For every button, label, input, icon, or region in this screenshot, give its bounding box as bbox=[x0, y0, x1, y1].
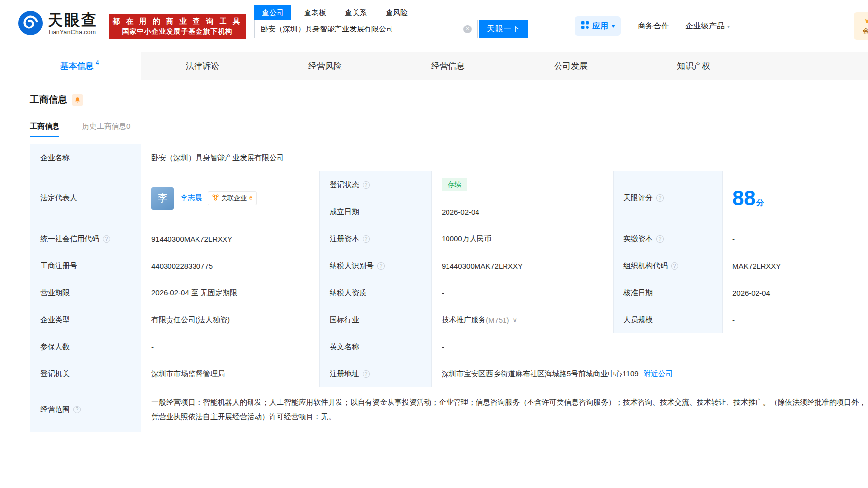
logo-text: 天眼查 TianYanCha.com bbox=[48, 12, 98, 35]
field-label-reg-number: 工商注册号 bbox=[30, 252, 141, 279]
site-header: 天眼查 TianYanCha.com 都 在 用 的 商 业 查 询 工 具 国… bbox=[0, 0, 868, 52]
search-area: 查公司 查老板 查关系 查风险 卧安（深圳）具身智能产业发展有限公司 × 天眼一… bbox=[254, 5, 528, 38]
field-label-paid-capital: 实缴资本 ? bbox=[614, 225, 723, 252]
banner-line2: 国家中小企业发展子基金旗下机构 bbox=[122, 27, 233, 36]
field-value-approval-date: 2026-02-04 bbox=[723, 279, 868, 306]
help-icon[interactable]: ? bbox=[363, 370, 370, 378]
chevron-down-icon: ▾ bbox=[612, 23, 615, 29]
registration-subtabs: 工商信息 历史工商信息0 bbox=[30, 122, 868, 137]
search-tabs: 查公司 查老板 查关系 查风险 bbox=[254, 5, 528, 20]
field-label-taxpayer-id: 纳税人识别号 ? bbox=[320, 252, 432, 279]
field-label-reg-address: 注册地址 ? bbox=[320, 360, 432, 387]
chevron-down-icon: ▾ bbox=[727, 23, 730, 30]
field-value-legal-rep: 李 李志晨 关联企业 6 bbox=[141, 171, 320, 225]
field-label-establish-date: 成立日期 bbox=[320, 198, 432, 225]
section-header: 工商信息 bbox=[30, 93, 868, 106]
legal-rep-link[interactable]: 李志晨 bbox=[180, 193, 202, 203]
field-value-paid-capital: - bbox=[723, 225, 868, 252]
field-label-english-name: 英文名称 bbox=[320, 333, 432, 360]
field-value-industry: 技术推广服务 (M751) ∨ bbox=[432, 306, 614, 333]
field-value-reg-capital: 10000万人民币 bbox=[432, 225, 614, 252]
apps-grid-icon bbox=[581, 21, 589, 31]
section-title: 工商信息 bbox=[30, 93, 67, 106]
field-value-company-type: 有限责任公司(法人独资) bbox=[141, 306, 320, 333]
related-companies-count: 6 bbox=[249, 194, 252, 202]
field-label-reg-authority: 登记机关 bbox=[30, 360, 141, 387]
field-value-english-name: - bbox=[432, 333, 868, 360]
score-unit: 分 bbox=[756, 198, 764, 208]
field-value-reg-address: 深圳市宝安区西乡街道麻布社区海城路5号前城商业中心1109 附近公司 bbox=[432, 360, 868, 387]
related-companies-badge[interactable]: 关联企业 6 bbox=[208, 191, 257, 205]
field-label-reg-capital: 注册资本 ? bbox=[320, 225, 432, 252]
field-label-tianyan-score: 天眼评分 ? bbox=[614, 171, 723, 225]
legal-rep-avatar[interactable]: 李 bbox=[151, 187, 174, 210]
related-companies-label: 关联企业 bbox=[221, 194, 247, 203]
field-value-insured-count: - bbox=[141, 333, 320, 360]
help-icon[interactable]: ? bbox=[363, 181, 370, 189]
industry-code: (M751) bbox=[486, 316, 509, 324]
banner-line1: 都 在 用 的 商 业 查 询 工 具 bbox=[112, 17, 242, 26]
field-value-credit-code: 91440300MAK72LRXXY bbox=[141, 225, 320, 252]
search-tab-company[interactable]: 查公司 bbox=[254, 5, 291, 20]
status-badge: 存续 bbox=[442, 178, 467, 191]
apps-menu[interactable]: 应用 ▾ bbox=[575, 16, 621, 36]
tab-basic-count: 4 bbox=[96, 59, 99, 66]
company-tab-bar: 基本信息 4 法律诉讼 经营风险 经营信息 公司发展 知识产权 bbox=[18, 52, 868, 80]
field-value-taxpayer-quality: - bbox=[432, 279, 614, 306]
nav-business-cooperation[interactable]: 商务合作 bbox=[638, 21, 669, 31]
nearby-companies-link[interactable]: 附近公司 bbox=[644, 369, 673, 379]
brand-domain: TianYanCha.com bbox=[48, 29, 98, 35]
search-tab-boss[interactable]: 查老板 bbox=[298, 5, 332, 20]
promo-banner: 都 在 用 的 商 业 查 询 工 具 国家中小企业发展子基金旗下机构 bbox=[109, 14, 246, 39]
search-row: 卧安（深圳）具身智能产业发展有限公司 × 天眼一下 bbox=[254, 20, 528, 38]
help-icon[interactable]: ? bbox=[73, 406, 81, 413]
field-label-business-scope: 经营范围 ? bbox=[30, 387, 141, 432]
business-registration-table: 企业名称 卧安（深圳）具身智能产业发展有限公司 法定代表人 李 李志晨 关联企业… bbox=[30, 144, 868, 432]
nav-enterprise-products[interactable]: 企业级产品 ▾ bbox=[685, 21, 730, 31]
subtab-current-registration[interactable]: 工商信息 bbox=[30, 122, 59, 137]
field-value-taxpayer-id: 91440300MAK72LRXXY bbox=[432, 252, 614, 279]
network-icon bbox=[212, 194, 219, 202]
field-value-staff-size: - bbox=[723, 306, 868, 333]
apps-label: 应用 bbox=[592, 21, 608, 31]
help-icon[interactable]: ? bbox=[656, 235, 664, 243]
search-button[interactable]: 天眼一下 bbox=[479, 20, 528, 38]
field-value-reg-authority: 深圳市市场监督管理局 bbox=[141, 360, 320, 387]
notification-bell-icon[interactable] bbox=[72, 94, 83, 106]
search-query-text: 卧安（深圳）具身智能产业发展有限公司 bbox=[261, 25, 463, 34]
field-label-org-code: 组织机构代码 ? bbox=[614, 252, 723, 279]
field-value-establish-date: 2026-02-04 bbox=[432, 198, 614, 225]
field-label-legal-rep: 法定代表人 bbox=[30, 171, 141, 225]
search-tab-relation[interactable]: 查关系 bbox=[339, 5, 373, 20]
field-value-tianyan-score: 88 分 bbox=[723, 171, 868, 225]
help-icon[interactable]: ? bbox=[103, 235, 110, 243]
tab-company-development[interactable]: 公司发展 bbox=[509, 52, 632, 80]
tab-business-info[interactable]: 经营信息 bbox=[387, 52, 509, 80]
tab-operational-risk[interactable]: 经营风险 bbox=[264, 52, 387, 80]
enterprise-label: 企业级产品 bbox=[685, 21, 725, 31]
tab-basic-label: 基本信息 bbox=[60, 60, 94, 72]
search-tab-risk[interactable]: 查风险 bbox=[380, 5, 414, 20]
tab-intellectual-property[interactable]: 知识产权 bbox=[632, 52, 755, 80]
help-icon[interactable]: ? bbox=[656, 194, 664, 202]
field-value-company-name: 卧安（深圳）具身智能产业发展有限公司 bbox=[141, 144, 868, 171]
help-icon[interactable]: ? bbox=[377, 262, 385, 270]
field-value-reg-status: 存续 bbox=[432, 171, 614, 198]
subtab-history-registration[interactable]: 历史工商信息0 bbox=[82, 122, 130, 137]
field-value-business-scope: 一般经营项目：智能机器人的研发；人工智能应用软件开发；以自有资金从事投资活动；企… bbox=[141, 387, 868, 432]
clear-icon[interactable]: × bbox=[463, 25, 472, 33]
field-label-insured-count: 参保人数 bbox=[30, 333, 141, 360]
chevron-down-icon[interactable]: ∨ bbox=[513, 316, 518, 324]
crown-icon bbox=[865, 17, 868, 25]
tab-basic-info[interactable]: 基本信息 4 bbox=[18, 52, 141, 80]
tianyancha-logo[interactable]: 天眼查 TianYanCha.com bbox=[18, 11, 98, 37]
help-icon[interactable]: ? bbox=[671, 262, 678, 270]
tianyan-score[interactable]: 88 分 bbox=[732, 187, 764, 210]
help-icon[interactable]: ? bbox=[363, 235, 370, 243]
field-label-staff-size: 人员规模 bbox=[614, 306, 723, 333]
search-input[interactable]: 卧安（深圳）具身智能产业发展有限公司 × bbox=[254, 20, 478, 38]
vip-entry[interactable]: 会员 bbox=[854, 12, 868, 40]
field-label-credit-code: 统一社会信用代码 ? bbox=[30, 225, 141, 252]
tab-legal-proceedings[interactable]: 法律诉讼 bbox=[141, 52, 264, 80]
score-number: 88 bbox=[732, 187, 756, 210]
